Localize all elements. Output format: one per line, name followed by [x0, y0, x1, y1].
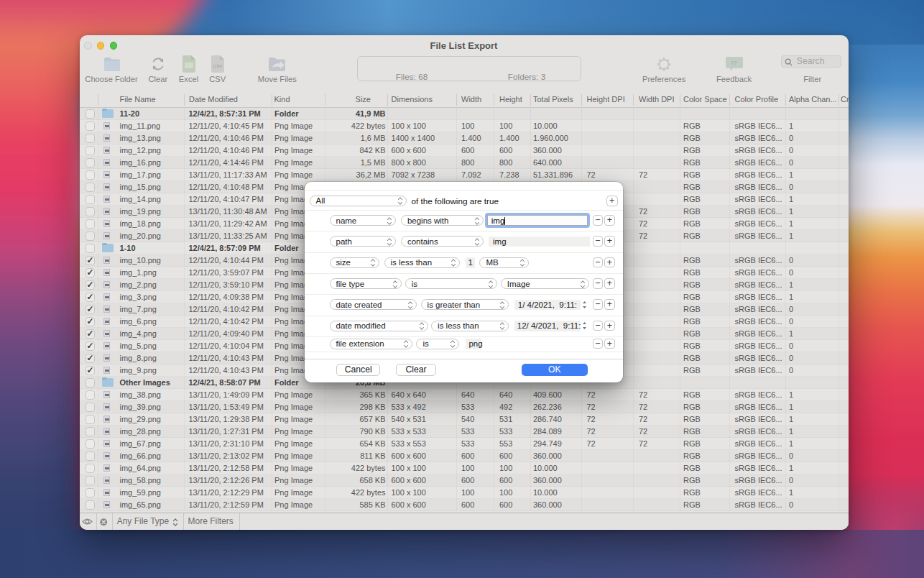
svg-text:CSV: CSV [213, 64, 221, 68]
svg-text:!?: !? [731, 60, 737, 67]
